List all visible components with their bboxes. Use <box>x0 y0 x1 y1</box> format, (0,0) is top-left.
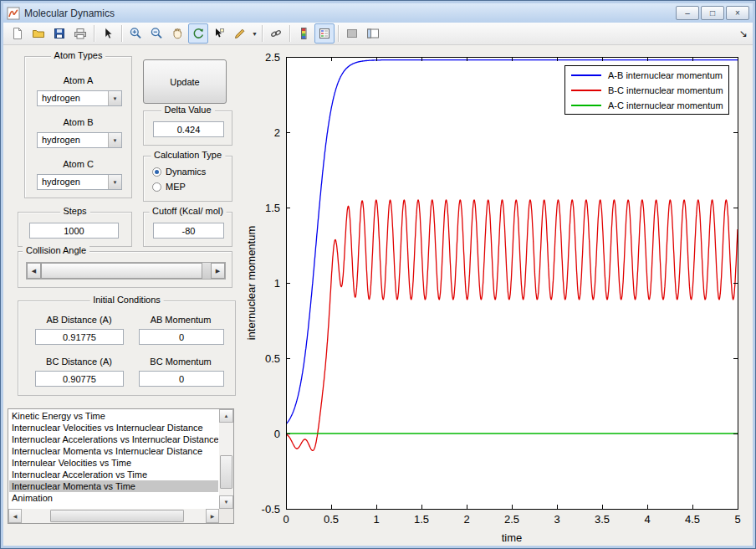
legend-line <box>571 105 601 106</box>
zoom-out-button[interactable] <box>146 23 166 44</box>
svg-text:2: 2 <box>463 513 469 526</box>
brush-icon <box>233 27 247 40</box>
svg-text:1.5: 1.5 <box>265 202 280 214</box>
svg-text:1: 1 <box>373 513 379 526</box>
hide-plot-tools-button[interactable] <box>342 23 362 44</box>
data-cursor-icon <box>212 27 226 40</box>
save-floppy-icon <box>53 27 66 40</box>
svg-text:-0.5: -0.5 <box>262 503 280 516</box>
zoom-in-icon <box>129 27 142 40</box>
plot-area[interactable]: 00.511.522.533.544.55-0.500.511.522.5 <box>3 45 753 546</box>
svg-text:5: 5 <box>734 513 740 526</box>
insert-colorbar-button[interactable] <box>294 23 314 44</box>
close-button[interactable]: × <box>726 6 749 20</box>
data-cursor-button[interactable] <box>209 23 229 44</box>
svg-text:3.5: 3.5 <box>595 513 610 526</box>
svg-text:1: 1 <box>274 277 280 290</box>
rotate-3d-button[interactable] <box>188 23 208 44</box>
svg-text:0.5: 0.5 <box>265 352 280 365</box>
svg-text:2.5: 2.5 <box>265 51 280 64</box>
edit-plot-button[interactable] <box>98 23 118 44</box>
legend-entry: B-C internuclear momentum <box>565 83 728 98</box>
legend-label: B-C internuclear momentum <box>608 85 723 95</box>
x-axis-label: time <box>286 531 738 544</box>
hide-plot-tools-icon <box>345 27 359 40</box>
svg-text:0: 0 <box>283 513 289 526</box>
colorbar-icon <box>297 27 310 40</box>
toolbar-separator <box>94 25 94 42</box>
toolbar-separator <box>262 25 263 42</box>
toolbar-separator <box>338 25 339 42</box>
save-figure-button[interactable] <box>49 23 69 44</box>
legend-icon <box>318 27 331 40</box>
svg-text:4.5: 4.5 <box>685 513 700 526</box>
new-figure-button[interactable] <box>8 23 28 44</box>
svg-text:2: 2 <box>274 126 280 139</box>
svg-text:1.5: 1.5 <box>414 513 429 526</box>
brush-data-button[interactable] <box>230 23 250 44</box>
legend-label: A-C internuclear momentum <box>608 100 723 110</box>
app-window: Molecular Dynamics – □ × <box>0 0 756 549</box>
link-chain-icon <box>269 27 283 40</box>
pan-hand-icon <box>171 27 184 40</box>
minimize-button[interactable]: – <box>676 6 699 20</box>
legend-line <box>571 90 601 91</box>
figure-content: Atom Types Atom A hydrogen ▼ Atom B hydr… <box>3 45 753 546</box>
open-file-button[interactable] <box>28 23 49 44</box>
legend-label: A-B internuclear momentum <box>608 70 723 80</box>
svg-text:0: 0 <box>274 428 280 440</box>
printer-icon <box>74 27 87 40</box>
maximize-button[interactable]: □ <box>701 6 724 20</box>
app-icon <box>7 7 20 20</box>
svg-text:2.5: 2.5 <box>504 513 519 526</box>
zoom-in-button[interactable] <box>125 23 146 44</box>
window-title: Molecular Dynamics <box>24 8 115 19</box>
show-plot-tools-button[interactable] <box>363 23 383 44</box>
toolbar-separator <box>289 25 290 42</box>
legend-line <box>571 74 601 76</box>
pan-button[interactable] <box>167 23 187 44</box>
open-folder-icon <box>32 27 45 40</box>
titlebar: Molecular Dynamics – □ × <box>3 3 753 23</box>
print-figure-button[interactable] <box>70 23 90 44</box>
legend-entry: A-C internuclear momentum <box>565 98 728 113</box>
plot-legend[interactable]: A-B internuclear momentum B-C internucle… <box>564 65 729 115</box>
insert-legend-button[interactable] <box>314 23 335 44</box>
figure-toolbar: ▼ <box>3 23 753 45</box>
new-figure-icon <box>11 27 24 40</box>
show-plot-tools-icon <box>366 27 380 40</box>
toolbar-separator <box>121 25 122 42</box>
legend-entry: A-B internuclear momentum <box>565 68 728 83</box>
link-plot-button[interactable] <box>266 23 286 44</box>
zoom-out-icon <box>150 27 163 40</box>
svg-text:0.5: 0.5 <box>324 513 339 526</box>
svg-text:3: 3 <box>554 513 559 526</box>
cursor-arrow-icon <box>101 27 115 40</box>
y-axis-label: internuclear momentum <box>245 199 258 367</box>
dock-figure-arrow[interactable]: ↘ <box>739 28 748 39</box>
rotate-3d-icon <box>192 27 205 40</box>
brush-dropdown-caret[interactable]: ▼ <box>251 31 258 37</box>
svg-text:4: 4 <box>644 513 650 526</box>
